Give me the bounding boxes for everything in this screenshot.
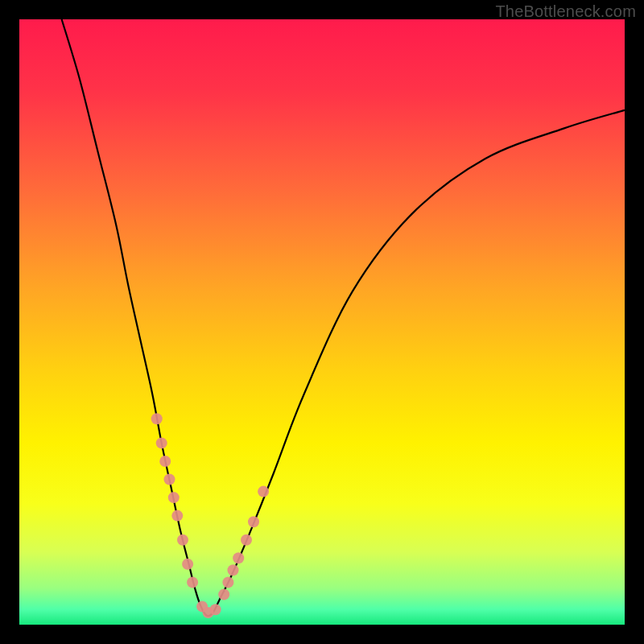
marker-dot (233, 552, 244, 564)
marker-dot (164, 474, 175, 485)
marker-dot (156, 437, 167, 448)
gradient-background (19, 19, 625, 625)
marker-dot (159, 456, 171, 467)
marker-dot (222, 576, 233, 588)
watermark-text: TheBottleneck.com (495, 2, 636, 21)
outer-frame: TheBottleneck.com (0, 0, 644, 644)
marker-dot (241, 535, 252, 546)
marker-dot (171, 510, 183, 522)
marker-dot (187, 576, 198, 588)
marker-dot (218, 588, 229, 600)
marker-dot (177, 535, 188, 546)
marker-dot (258, 486, 269, 497)
marker-dot (210, 604, 221, 615)
marker-dot (248, 516, 259, 527)
marker-dot (151, 413, 163, 424)
marker-dot (168, 492, 180, 503)
marker-dot (228, 564, 239, 576)
chart-svg (19, 19, 625, 625)
marker-dot (182, 559, 193, 570)
plot-area (19, 19, 625, 625)
